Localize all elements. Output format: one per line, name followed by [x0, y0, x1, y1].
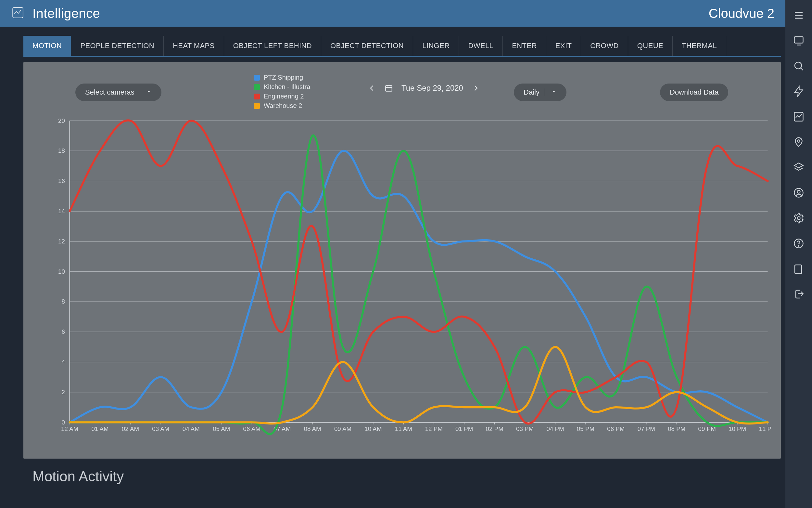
svg-text:09 AM: 09 AM [334, 425, 351, 432]
svg-text:04 AM: 04 AM [183, 425, 200, 432]
svg-text:08 PM: 08 PM [668, 425, 685, 432]
svg-text:08 AM: 08 AM [304, 425, 321, 432]
gear-icon[interactable] [785, 205, 812, 231]
prev-day-button[interactable] [368, 84, 376, 92]
right-sidebar [785, 0, 812, 508]
svg-text:14: 14 [58, 208, 65, 214]
svg-text:10 AM: 10 AM [365, 425, 382, 432]
tab-object-left-behind[interactable]: OBJECT LEFT BEHIND [224, 36, 321, 56]
section-title: Motion Activity [33, 468, 781, 484]
svg-text:8: 8 [62, 298, 65, 305]
legend-label: PTZ Shipping [264, 74, 303, 81]
svg-text:02 AM: 02 AM [122, 425, 139, 432]
chart-controls: Select cameras PTZ ShippingKitchen - Ill… [30, 74, 774, 113]
svg-text:20: 20 [58, 117, 65, 124]
next-day-button[interactable] [472, 84, 480, 92]
svg-text:12: 12 [58, 238, 65, 245]
svg-point-92 [798, 245, 799, 246]
tab-thermal[interactable]: THERMAL [673, 36, 726, 56]
ticket-icon[interactable] [785, 256, 812, 282]
svg-text:11 PM: 11 PM [759, 425, 771, 432]
svg-text:0: 0 [62, 419, 65, 426]
tab-crowd[interactable]: CROWD [581, 36, 628, 56]
chart-icon[interactable] [785, 104, 812, 129]
svg-point-90 [797, 217, 800, 220]
user-icon[interactable] [785, 180, 812, 205]
legend-swatch [254, 75, 260, 81]
chart-panel: Select cameras PTZ ShippingKitchen - Ill… [23, 62, 781, 459]
menu-icon[interactable] [785, 3, 812, 28]
layers-icon[interactable] [785, 155, 812, 180]
svg-text:18: 18 [58, 147, 65, 154]
legend-label: Kitchen - Illustra [264, 83, 310, 91]
legend-swatch [254, 103, 260, 109]
svg-text:07 PM: 07 PM [637, 425, 655, 432]
intelligence-icon [11, 6, 25, 21]
svg-text:06 PM: 06 PM [607, 425, 625, 432]
page-title: Intelligence [33, 6, 100, 21]
svg-rect-1 [386, 85, 392, 91]
svg-text:16: 16 [58, 177, 65, 184]
legend-swatch [254, 84, 260, 90]
chart-legend: PTZ ShippingKitchen - IllustraEngineerin… [254, 74, 310, 110]
current-date-label: Tue Sep 29, 2020 [401, 84, 463, 93]
tab-dwell[interactable]: DWELL [459, 36, 503, 56]
date-navigator: Tue Sep 29, 2020 [368, 84, 480, 93]
interval-dropdown[interactable]: Daily [514, 84, 566, 101]
tab-linger[interactable]: LINGER [413, 36, 459, 56]
svg-rect-80 [795, 37, 803, 43]
svg-text:03 AM: 03 AM [152, 425, 169, 432]
help-icon[interactable] [785, 231, 812, 256]
legend-swatch [254, 94, 260, 99]
svg-text:4: 4 [62, 358, 65, 365]
svg-text:10 PM: 10 PM [728, 425, 746, 432]
top-bar: Intelligence Cloudvue 2 [0, 0, 785, 27]
svg-text:01 PM: 01 PM [456, 425, 473, 432]
download-data-label: Download Data [670, 88, 718, 96]
logout-icon[interactable] [785, 282, 812, 307]
svg-text:04 PM: 04 PM [546, 425, 564, 432]
calendar-icon[interactable] [385, 84, 393, 92]
svg-text:01 AM: 01 AM [91, 425, 108, 432]
tab-people-detection[interactable]: PEOPLE DETECTION [71, 36, 164, 56]
chevron-down-icon [551, 88, 557, 96]
monitor-icon[interactable] [785, 28, 812, 53]
interval-label: Daily [524, 88, 539, 96]
brand-label: Cloudvue 2 [709, 6, 774, 21]
search-icon[interactable] [785, 53, 812, 79]
legend-item: Warehouse 2 [254, 102, 310, 110]
svg-marker-87 [795, 163, 803, 168]
tab-queue[interactable]: QUEUE [628, 36, 673, 56]
map-pin-icon[interactable] [785, 129, 812, 155]
svg-text:6: 6 [62, 328, 65, 335]
svg-text:11 AM: 11 AM [395, 425, 412, 432]
svg-text:10: 10 [58, 268, 65, 275]
select-cameras-label: Select cameras [85, 88, 135, 96]
chevron-down-icon [146, 88, 152, 96]
tab-heat-maps[interactable]: HEAT MAPS [164, 36, 224, 56]
svg-point-86 [797, 140, 800, 142]
svg-rect-93 [795, 265, 802, 274]
svg-marker-84 [795, 86, 803, 96]
legend-label: Engineering 2 [264, 93, 304, 100]
svg-text:05 PM: 05 PM [577, 425, 594, 432]
tab-motion[interactable]: MOTION [23, 36, 71, 56]
svg-line-83 [801, 68, 803, 71]
svg-text:2: 2 [62, 389, 65, 395]
svg-text:09 PM: 09 PM [698, 425, 716, 432]
svg-text:12 PM: 12 PM [425, 425, 443, 432]
bolt-icon[interactable] [785, 79, 812, 104]
svg-text:06 AM: 06 AM [243, 425, 260, 432]
svg-point-89 [797, 190, 800, 194]
legend-item: Engineering 2 [254, 93, 310, 100]
legend-item: Kitchen - Illustra [254, 83, 310, 91]
tab-enter[interactable]: ENTER [503, 36, 546, 56]
tab-exit[interactable]: EXIT [546, 36, 581, 56]
legend-label: Warehouse 2 [264, 102, 302, 110]
svg-text:02 PM: 02 PM [486, 425, 504, 432]
chart-area: 0246810121416182012 AM01 AM02 AM03 AM04 … [49, 117, 771, 439]
tab-bar: MOTIONPEOPLE DETECTIONHEAT MAPSOBJECT LE… [23, 36, 781, 57]
select-cameras-dropdown[interactable]: Select cameras [75, 84, 161, 101]
tab-object-detection[interactable]: OBJECT DETECTION [321, 36, 413, 56]
download-data-button[interactable]: Download Data [660, 84, 728, 101]
